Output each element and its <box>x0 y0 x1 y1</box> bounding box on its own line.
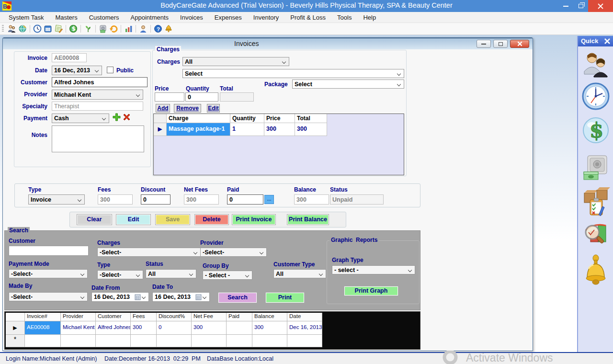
charge-select-dropdown[interactable]: Select <box>182 69 404 78</box>
restore-button[interactable] <box>573 0 588 12</box>
date-from-picker[interactable]: 16 Dec, 2013 <box>91 292 149 302</box>
search-provider-dropdown[interactable]: -Select- <box>200 248 267 257</box>
price-field[interactable] <box>155 92 184 102</box>
col-fees[interactable]: Fees <box>131 313 157 321</box>
inventory-boxes-icon[interactable] <box>581 185 610 216</box>
appointment-note-icon[interactable] <box>53 24 64 34</box>
clear-button[interactable]: Clear <box>77 215 112 225</box>
clock-icon[interactable] <box>581 82 610 111</box>
save-button[interactable]: Save <box>156 215 190 225</box>
charges-plant-icon[interactable] <box>83 24 93 34</box>
add-payment-icon[interactable] <box>113 113 121 121</box>
quick-close-icon[interactable] <box>604 38 611 45</box>
close-button[interactable] <box>588 0 613 12</box>
search-charges-dropdown[interactable]: -Select- <box>97 248 201 257</box>
invoices-window-titlebar[interactable]: Invoices <box>3 38 533 49</box>
col-customer[interactable]: Customer <box>96 313 131 321</box>
toolbar-separator <box>121 25 121 33</box>
customer-field[interactable] <box>52 77 148 87</box>
expenses-safe-icon[interactable] <box>583 155 609 182</box>
charges-col-price[interactable]: Price <box>264 114 295 123</box>
provider-person-icon[interactable] <box>138 24 148 34</box>
charges-grid-row[interactable]: ▶ Massage package-1 1 300 300 <box>154 123 404 136</box>
invoice-date-dropdown[interactable]: 16 Dec, 2013 <box>52 66 102 75</box>
charges-col-charge[interactable]: Charge <box>167 114 230 123</box>
delete-button[interactable]: Delete <box>195 215 228 225</box>
child-close-button[interactable] <box>510 40 529 48</box>
customer-type-dropdown[interactable]: All <box>273 269 326 278</box>
type-dropdown[interactable]: Invoice <box>28 194 85 205</box>
invoice-dollar-icon[interactable]: $ <box>68 24 79 34</box>
customers-icon[interactable] <box>7 24 17 34</box>
undo-icon[interactable] <box>108 24 119 34</box>
clock-icon[interactable] <box>32 24 43 34</box>
profit-chart-icon[interactable] <box>582 221 610 248</box>
search-type-dropdown[interactable]: -Select- <box>97 270 143 279</box>
graph-type-dropdown[interactable]: - select - <box>332 265 415 274</box>
results-grid-new-row[interactable]: * <box>6 335 322 347</box>
bell-icon[interactable] <box>583 254 609 286</box>
masters-globe-icon[interactable] <box>17 24 28 34</box>
results-grid-row[interactable]: ▶ AE00008 Michael Kent Alfred Johnes 300… <box>6 321 322 335</box>
charges-col-quantity[interactable]: Quantity <box>230 114 264 123</box>
package-dropdown[interactable]: Select <box>292 80 404 89</box>
cell-quantity[interactable]: 1 <box>230 123 264 136</box>
help-icon[interactable]: ? <box>153 24 163 34</box>
charges-col-total[interactable]: Total <box>295 114 327 123</box>
menu-invoices[interactable]: Invoices <box>174 12 209 23</box>
menu-tools[interactable]: Tools <box>331 12 357 23</box>
provider-dropdown[interactable]: Michael Kent <box>52 90 143 100</box>
col-discount[interactable]: Discount% <box>157 313 192 321</box>
discount-field[interactable] <box>141 194 170 205</box>
search-customer-input[interactable] <box>9 246 89 256</box>
menu-system-task[interactable]: System Task <box>3 12 49 23</box>
public-checkbox[interactable] <box>107 67 114 73</box>
payment-dropdown[interactable]: Cash <box>52 114 109 123</box>
group-by-dropdown[interactable]: - Select - <box>203 271 252 280</box>
menu-expenses[interactable]: Expenses <box>209 12 248 23</box>
child-maximize-button[interactable] <box>493 40 508 48</box>
remove-payment-icon[interactable] <box>123 113 131 121</box>
menu-masters[interactable]: Masters <box>49 12 83 23</box>
reports-chart-icon[interactable] <box>123 24 134 34</box>
quantity-field[interactable] <box>185 92 218 102</box>
cell-charge[interactable]: Massage package-1 <box>167 123 230 136</box>
menu-customers[interactable]: Customers <box>83 12 125 23</box>
col-balance[interactable]: Balance <box>252 313 287 321</box>
child-minimize-button[interactable] <box>477 40 491 48</box>
search-print-button[interactable]: Print <box>266 293 304 303</box>
cell-total[interactable]: 300 <box>295 123 327 136</box>
menu-profit-loss[interactable]: Profit & Loss <box>284 12 331 23</box>
add-charge-button[interactable]: Add <box>156 104 170 113</box>
expenses-safe-icon[interactable] <box>98 24 108 34</box>
print-balance-button[interactable]: Print Balance <box>287 215 329 225</box>
minimize-button[interactable] <box>558 0 573 12</box>
col-netfee[interactable]: Net Fee <box>192 313 227 321</box>
col-provider[interactable]: Provider <box>61 313 96 321</box>
cell-price[interactable]: 300 <box>264 123 295 136</box>
print-invoice-button[interactable]: Print Invoice <box>232 215 275 225</box>
col-paid[interactable]: Paid <box>227 313 252 321</box>
payment-mode-dropdown[interactable]: -Select- <box>9 269 88 278</box>
notes-field[interactable] <box>52 125 144 152</box>
search-button[interactable]: Search <box>218 293 257 303</box>
bell-icon[interactable] <box>163 24 174 34</box>
col-invoice[interactable]: Invoice# <box>25 313 61 321</box>
menu-help[interactable]: Help <box>357 12 382 23</box>
search-status-dropdown[interactable]: All <box>146 269 196 278</box>
paid-more-button[interactable]: ... <box>264 195 274 204</box>
edit-button[interactable]: Edit <box>116 215 150 225</box>
date-to-picker[interactable]: 16 Dec, 2013 <box>152 292 210 302</box>
paid-field[interactable] <box>227 194 263 205</box>
calendar-icon[interactable] <box>43 24 53 34</box>
made-by-dropdown[interactable]: -Select- <box>9 292 88 301</box>
money-icon[interactable]: $ <box>582 116 610 144</box>
customers-icon[interactable] <box>582 51 609 78</box>
print-graph-button[interactable]: Print Graph <box>344 286 398 296</box>
charges-filter-dropdown[interactable]: All <box>182 57 289 66</box>
remove-charge-button[interactable]: Remove <box>174 104 201 113</box>
col-date[interactable]: Date <box>287 313 322 321</box>
menu-inventory[interactable]: Inventory <box>248 12 284 23</box>
edit-charge-button[interactable]: Edit <box>207 104 220 113</box>
menu-appointments[interactable]: Appointments <box>125 12 175 23</box>
